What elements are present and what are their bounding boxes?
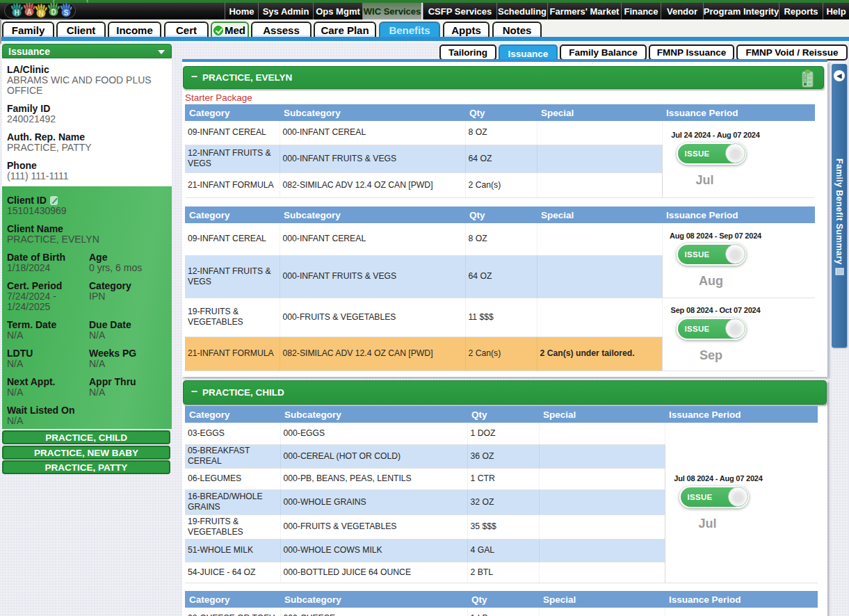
svg-text:S: S: [64, 9, 69, 17]
svg-text:H: H: [14, 9, 19, 17]
svg-text:D: D: [51, 8, 56, 16]
svg-text:A: A: [26, 8, 31, 16]
svg-text:N: N: [38, 10, 43, 17]
